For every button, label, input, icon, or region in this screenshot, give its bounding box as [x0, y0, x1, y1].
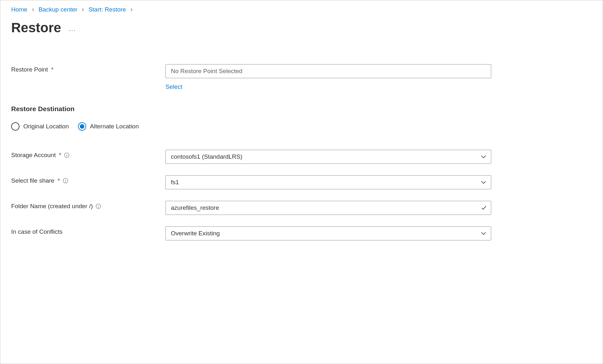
conflicts-label: In case of Conflicts	[11, 228, 63, 235]
page-title: Restore	[11, 20, 61, 35]
chevron-down-icon	[481, 179, 486, 185]
restore-destination-header: Restore Destination	[11, 105, 497, 113]
required-indicator: *	[51, 66, 53, 73]
conflicts-select[interactable]: Overwrite Existing	[165, 226, 491, 240]
info-icon[interactable]	[64, 152, 70, 158]
folder-name-label: Folder Name (created under /)	[11, 203, 93, 210]
svg-point-7	[98, 205, 98, 205]
info-icon[interactable]	[95, 203, 101, 209]
required-indicator: *	[59, 152, 61, 159]
radio-original-location[interactable]: Original Location	[11, 122, 69, 131]
more-actions-button[interactable]: ···	[69, 27, 76, 34]
required-indicator: *	[57, 177, 60, 184]
svg-point-4	[65, 179, 65, 180]
chevron-right-icon	[81, 8, 85, 11]
chevron-down-icon	[481, 231, 486, 236]
radio-original-label: Original Location	[23, 123, 69, 130]
radio-dot-icon	[80, 124, 84, 129]
restore-destination-radio-group: Original Location Alternate Location	[11, 122, 497, 131]
storage-account-select[interactable]: contosofs1 (StandardLRS)	[165, 150, 491, 164]
chevron-right-icon	[130, 8, 133, 11]
info-icon[interactable]	[63, 178, 68, 184]
breadcrumb: Home Backup center Start: Restore	[11, 6, 596, 13]
select-restore-point-link[interactable]: Select	[165, 83, 491, 90]
radio-icon	[11, 122, 19, 131]
breadcrumb-link-home[interactable]: Home	[11, 6, 27, 13]
file-share-select[interactable]: fs1	[165, 175, 491, 189]
restore-point-value: No Restore Point Selected	[171, 68, 242, 75]
radio-icon	[78, 122, 86, 131]
svg-point-1	[66, 154, 67, 154]
chevron-down-icon	[481, 154, 486, 160]
file-share-label: Select file share	[11, 177, 54, 184]
storage-account-label: Storage Account	[11, 152, 56, 159]
conflicts-value: Overwrite Existing	[171, 230, 220, 237]
restore-point-input[interactable]: No Restore Point Selected	[165, 64, 491, 78]
chevron-right-icon	[31, 8, 35, 11]
storage-account-value: contosofs1 (StandardLRS)	[171, 153, 242, 160]
radio-alternate-label: Alternate Location	[90, 123, 139, 130]
folder-name-input[interactable]	[165, 201, 491, 215]
breadcrumb-link-start-restore[interactable]: Start: Restore	[88, 6, 126, 13]
breadcrumb-link-backup-center[interactable]: Backup center	[39, 6, 77, 13]
file-share-value: fs1	[171, 179, 179, 186]
restore-point-label: Restore Point	[11, 66, 48, 73]
radio-alternate-location[interactable]: Alternate Location	[78, 122, 139, 131]
